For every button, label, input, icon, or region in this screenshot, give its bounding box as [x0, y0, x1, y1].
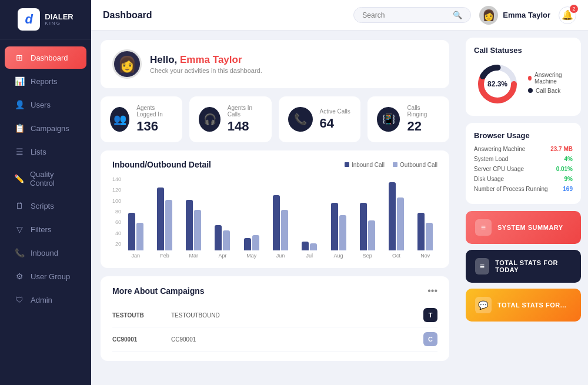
- bar-label: Sep: [363, 253, 372, 259]
- btn-label: TOTAL STATS FOR...: [497, 302, 566, 309]
- sidebar: d DIALER KING ⊞ Dashboard 📊 Reports 👤 Us…: [0, 0, 91, 385]
- outbound-bar: [339, 215, 346, 250]
- main-area: Dashboard 🔍 👩 Emma Taylor 🔔 2 👩: [91, 0, 588, 385]
- bar-label: Jul: [306, 253, 313, 259]
- btn-label: SYSTEM SUMMARY: [497, 224, 563, 231]
- action-button-2[interactable]: 💬 TOTAL STATS FOR...: [466, 289, 581, 322]
- usage-rows: Answering Machine 23.7 MB System Load 4%…: [474, 146, 573, 192]
- sidebar-item-label: Users: [31, 101, 51, 109]
- user-group-icon: ⚙: [14, 271, 25, 282]
- sidebar-item-admin[interactable]: 🛡 Admin: [5, 289, 86, 311]
- action-button-0[interactable]: ≡ SYSTEM SUMMARY: [466, 211, 581, 244]
- bar-group-aug: Aug: [326, 180, 350, 259]
- active-calls-value: 64: [320, 116, 350, 131]
- usage-label: Answering Machine: [474, 146, 525, 152]
- usage-label: Disk Usage: [474, 176, 504, 182]
- sidebar-item-label: Dashboard: [31, 53, 68, 62]
- table-row[interactable]: TESTOUTB TESTOUTBOUND T: [112, 303, 437, 327]
- hello-avatar: 👩: [112, 49, 142, 79]
- hello-subtitle: Check your activities in this dashboard.: [150, 67, 262, 74]
- bar-group-may: May: [239, 180, 263, 259]
- agents-calls-icon: 🎧: [199, 107, 220, 132]
- logo-subtext: KING: [45, 21, 73, 26]
- sidebar-item-inbound[interactable]: 📞 Inbound: [5, 242, 86, 264]
- answering-machine-dot: [528, 76, 532, 81]
- usage-value: 4%: [564, 156, 573, 162]
- sidebar-item-user-group[interactable]: ⚙ User Group: [5, 265, 86, 287]
- donut-chart: 82.3%: [474, 61, 521, 108]
- bar-label: Apr: [218, 253, 226, 259]
- lists-icon: ☰: [14, 146, 25, 157]
- search-input[interactable]: [362, 11, 453, 19]
- table-row[interactable]: CC90001 CC90001 C: [112, 327, 437, 351]
- sidebar-item-label: Reports: [31, 77, 58, 86]
- chart-section: Inbound/Outbound Detail Inbound Call Out…: [101, 150, 449, 268]
- filters-icon: ▽: [14, 224, 25, 235]
- bar-group-jul: Jul: [298, 180, 322, 259]
- campaign-name: CC90001: [171, 336, 423, 343]
- sidebar-item-lists[interactable]: ☰ Lists: [5, 140, 86, 163]
- outbound-bar: [368, 220, 375, 250]
- sidebar-item-reports[interactable]: 📊 Reports: [5, 70, 86, 92]
- sidebar-item-scripts[interactable]: 🗒 Scripts: [5, 195, 86, 217]
- bar-group-jan: Jan: [123, 180, 148, 259]
- sidebar-item-quality-control[interactable]: ✏️ Quality Control: [5, 164, 86, 193]
- outbound-legend-dot: [393, 162, 397, 167]
- reports-icon: 📊: [14, 76, 25, 86]
- stat-card-agents-calls: 🎧 Agents In Calls 148: [189, 96, 271, 142]
- sidebar-item-dashboard[interactable]: ⊞ Dashboard: [5, 46, 86, 69]
- topbar: Dashboard 🔍 👩 Emma Taylor 🔔 2: [91, 0, 588, 31]
- bar-pair: [273, 180, 288, 250]
- sidebar-item-users[interactable]: 👤 Users: [5, 93, 86, 116]
- admin-icon: 🛡: [14, 294, 25, 305]
- legend-call-back: Call Back: [528, 88, 573, 94]
- inbound-bar: [302, 242, 309, 250]
- page-title: Dashboard: [103, 10, 152, 21]
- campaigns-header: More About Campaigns •••: [112, 286, 437, 296]
- right-panel: Call Statuses 82.3%: [459, 31, 588, 385]
- chart-y-axis: 140 120 100 80 60 40 20: [112, 176, 121, 259]
- hello-text: Hello, Emma Taylor Check your activities…: [150, 54, 262, 74]
- usage-row: System Load 4%: [474, 156, 573, 162]
- donut-label: 82.3%: [487, 80, 507, 88]
- search-box[interactable]: 🔍: [353, 7, 471, 23]
- bar-label: May: [246, 253, 256, 259]
- active-calls-icon: 📞: [288, 107, 313, 132]
- outbound-bar: [281, 210, 288, 250]
- campaigns-title: More About Campaigns: [112, 286, 205, 296]
- sidebar-item-label: Lists: [31, 148, 46, 156]
- topbar-right: 🔍 👩 Emma Taylor 🔔 2: [353, 6, 576, 25]
- action-button-1[interactable]: ≡ TOTAL STATS FOR TODAY: [466, 250, 581, 283]
- stat-card-calls-ringing: 📳 Calls Ringing 22: [368, 96, 449, 142]
- bar-pair: [186, 180, 201, 250]
- hello-heading: Hello, Emma Taylor: [150, 54, 262, 66]
- more-options-icon[interactable]: •••: [427, 286, 437, 296]
- logo-icon: d: [18, 8, 40, 31]
- usage-value: 23.7 MB: [550, 146, 573, 152]
- sidebar-item-campaigns[interactable]: 📋 Campaigns: [5, 117, 86, 139]
- sidebar-item-label: Filters: [31, 225, 51, 234]
- usage-row: Server CPU Usage 0.01%: [474, 166, 573, 172]
- call-statuses-title: Call Statuses: [474, 46, 573, 55]
- outbound-bar: [194, 210, 201, 250]
- bar-group-sep: Sep: [355, 180, 379, 259]
- legend-answering-machine: Answering Machine: [528, 72, 573, 85]
- btn-icon: ≡: [475, 258, 489, 274]
- notification-button[interactable]: 🔔 2: [559, 6, 576, 24]
- sidebar-item-filters[interactable]: ▽ Filters: [5, 218, 86, 240]
- outbound-legend: Outbound Call: [393, 162, 437, 168]
- calls-ringing-label: Calls Ringing: [407, 105, 440, 118]
- outbound-bar: [426, 223, 433, 250]
- chart-title: Inbound/Outbound Detail: [112, 160, 211, 169]
- inbound-bar: [389, 182, 396, 250]
- btn-icon: 💬: [475, 297, 492, 313]
- campaigns-icon: 📋: [14, 123, 25, 133]
- campaign-code: CC90001: [112, 336, 171, 343]
- usage-label: System Load: [474, 156, 508, 162]
- campaign-badge: T: [423, 308, 437, 322]
- scripts-icon: 🗒: [14, 200, 25, 211]
- outbound-bar: [223, 230, 230, 250]
- campaign-rows: TESTOUTB TESTOUTBOUND T CC90001 CC90001 …: [112, 303, 437, 351]
- inbound-bar: [273, 195, 280, 250]
- campaign-code: TESTOUTB: [112, 312, 171, 319]
